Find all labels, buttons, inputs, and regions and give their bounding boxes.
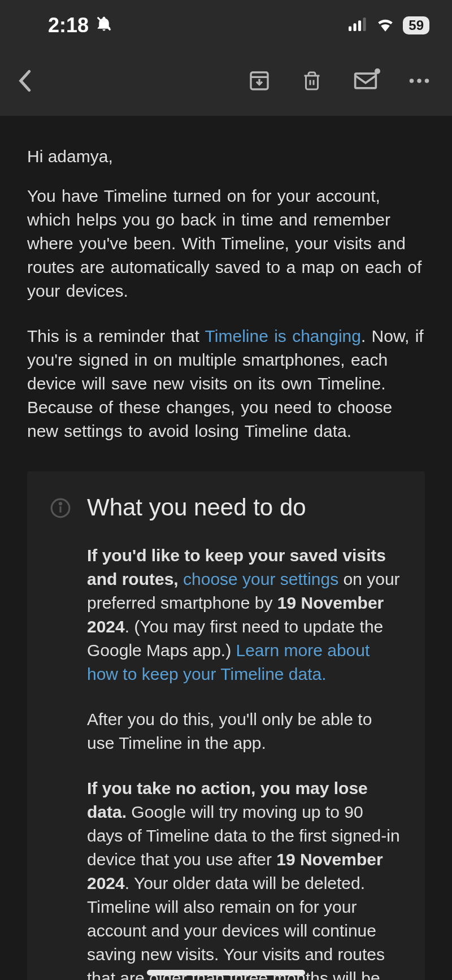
info-paragraph-1: If you'd like to keep your saved visits … [87, 544, 402, 686]
svg-rect-10 [355, 73, 376, 88]
unread-indicator-icon [375, 68, 380, 74]
email-toolbar [0, 51, 452, 116]
info-content: What you need to do If you'd like to kee… [87, 494, 402, 980]
back-button[interactable] [17, 70, 34, 92]
email-paragraph-1: You have Timeline turned on for your acc… [27, 184, 425, 303]
svg-point-11 [410, 79, 414, 83]
status-left: 2:18 [48, 14, 112, 37]
email-paragraph-2: This is a reminder that Timeline is chan… [27, 324, 425, 443]
choose-settings-link[interactable]: choose your settings [183, 570, 338, 588]
svg-point-13 [425, 79, 429, 83]
bell-off-icon [95, 14, 112, 37]
cellular-signal-icon [349, 16, 368, 34]
toolbar-actions [248, 70, 429, 92]
status-bar: 2:18 59 [0, 0, 452, 51]
svg-point-12 [417, 79, 421, 83]
svg-point-16 [59, 503, 61, 505]
mark-unread-button[interactable] [353, 71, 378, 91]
info-icon [50, 511, 71, 521]
home-indicator[interactable] [147, 970, 305, 975]
info-icon-wrap [50, 494, 71, 980]
info-paragraph-3: If you take no action, you may lose data… [87, 777, 402, 980]
svg-rect-4 [363, 18, 366, 31]
archive-button[interactable] [248, 70, 271, 92]
timeline-changing-link[interactable]: Timeline is changing [205, 327, 361, 345]
wifi-icon [376, 16, 395, 34]
delete-button[interactable] [302, 70, 322, 92]
more-options-button[interactable] [409, 78, 429, 84]
p3-text2: . Your older data will be deleted. Timel… [87, 874, 385, 980]
email-greeting: Hi adamya, [27, 147, 425, 166]
svg-rect-1 [349, 26, 351, 31]
svg-rect-2 [354, 23, 357, 31]
para2-prefix: This is a reminder that [27, 327, 205, 345]
status-time: 2:18 [48, 14, 89, 37]
info-box: What you need to do If you'd like to kee… [27, 471, 425, 980]
info-paragraph-2: After you do this, you'll only be able t… [87, 708, 402, 755]
status-right: 59 [349, 16, 429, 34]
battery-level: 59 [403, 16, 429, 34]
email-content: Hi adamya, You have Timeline turned on f… [0, 116, 452, 980]
info-heading: What you need to do [87, 494, 402, 521]
svg-rect-3 [358, 20, 361, 31]
